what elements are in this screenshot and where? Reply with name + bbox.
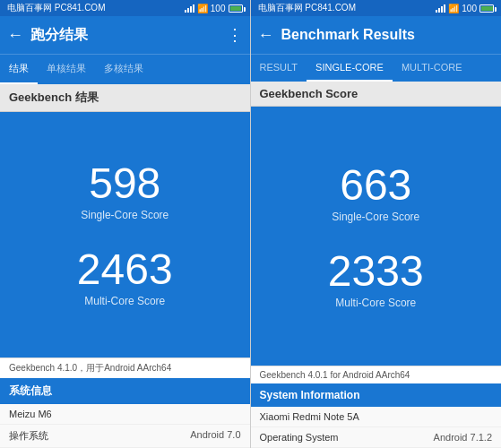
system-info-header-right: System Information [251,383,502,407]
battery-icon-left [229,4,243,13]
device-name-right: Xiaomi Redmi Note 5A [260,411,359,422]
battery-label-left: 100 [211,4,226,13]
footnote-right: Geekbench 4.0.1 for Android AArch64 [251,366,502,383]
single-score-number-left: 598 [81,162,168,205]
top-nav-left: ← 跑分结果 ⋮ [0,16,250,54]
single-score-block-right: 663 Single-Core Score [314,155,437,232]
multi-score-block-right: 2333 Multi-Core Score [310,241,442,318]
wifi-icon-right: 📶 [448,4,459,13]
system-info-header-left: 系统信息 [0,378,250,404]
site-name-left: 电脑百事网 PC841.COM [7,2,105,14]
back-button-right[interactable]: ← [258,26,274,45]
status-icons-right: 📶 100 [436,4,494,13]
tab-multi-left[interactable]: 多核结果 [95,55,152,84]
site-name-right: 电脑百事网 PC841.COM [258,2,356,14]
tab-multi-right[interactable]: MULTI-CORE [393,55,471,82]
tabs-left: 结果 单核结果 多核结果 [0,54,250,84]
info-row-device-right: Xiaomi Redmi Note 5A [251,407,502,427]
footnote-left: Geekbench 4.1.0，用于Android AArch64 [0,358,250,378]
os-value-right: Android 7.1.2 [434,432,492,443]
wifi-icon-left: 📶 [197,4,208,13]
nav-title-right: Benchmark Results [281,27,495,43]
score-area-left: 598 Single-Core Score 2463 Multi-Core Sc… [0,112,250,358]
nav-title-left: 跑分结果 [30,26,220,45]
info-row-device-left: Meizu M6 [0,404,250,425]
tab-single-right[interactable]: SINGLE-CORE [307,55,393,82]
single-score-label-right: Single-Core Score [332,211,419,223]
score-area-right: 663 Single-Core Score 2333 Multi-Core Sc… [251,107,502,366]
right-panel: 电脑百事网 PC841.COM 📶 100 ← Benchmark Result… [251,0,502,448]
status-bar-left: 电脑百事网 PC841.COM 📶 100 [0,0,250,16]
os-value-left: Android 7.0 [190,429,240,443]
device-name-left: Meizu M6 [9,409,52,419]
info-row-os-right: Operating System Android 7.1.2 [251,427,502,448]
signal-icon-right [436,4,445,13]
single-score-label-left: Single-Core Score [81,209,168,221]
signal-icon-left [185,4,194,13]
menu-button-left[interactable]: ⋮ [227,25,243,45]
single-score-block-left: 598 Single-Core Score [63,153,186,230]
multi-score-block-left: 2463 Multi-Core Score [59,239,191,316]
section-header-right: Geekbench Score [251,82,502,107]
battery-label-right: 100 [462,4,477,13]
status-icons-left: 📶 100 [185,4,243,13]
battery-icon-right [479,4,494,13]
os-label-right: Operating System [260,432,339,443]
multi-score-label-left: Multi-Core Score [77,295,173,307]
section-header-left: Geekbench 结果 [0,84,250,112]
left-panel: 电脑百事网 PC841.COM 📶 100 ← 跑分结果 ⋮ 结果 单核结果 [0,0,251,448]
multi-score-label-right: Multi-Core Score [328,297,424,309]
multi-score-number-right: 2333 [328,250,424,293]
single-score-number-right: 663 [332,164,419,207]
tab-result-right[interactable]: RESULT [251,55,307,82]
multi-score-number-left: 2463 [77,248,173,291]
status-bar-right: 电脑百事网 PC841.COM 📶 100 [251,0,502,16]
os-label-left: 操作系统 [9,429,48,443]
top-nav-right: ← Benchmark Results [251,16,502,54]
tab-single-left[interactable]: 单核结果 [38,55,95,84]
tab-result-left[interactable]: 结果 [0,55,38,84]
info-row-os-left: 操作系统 Android 7.0 [0,425,250,448]
back-button-left[interactable]: ← [7,26,23,45]
tabs-right: RESULT SINGLE-CORE MULTI-CORE [251,54,502,82]
